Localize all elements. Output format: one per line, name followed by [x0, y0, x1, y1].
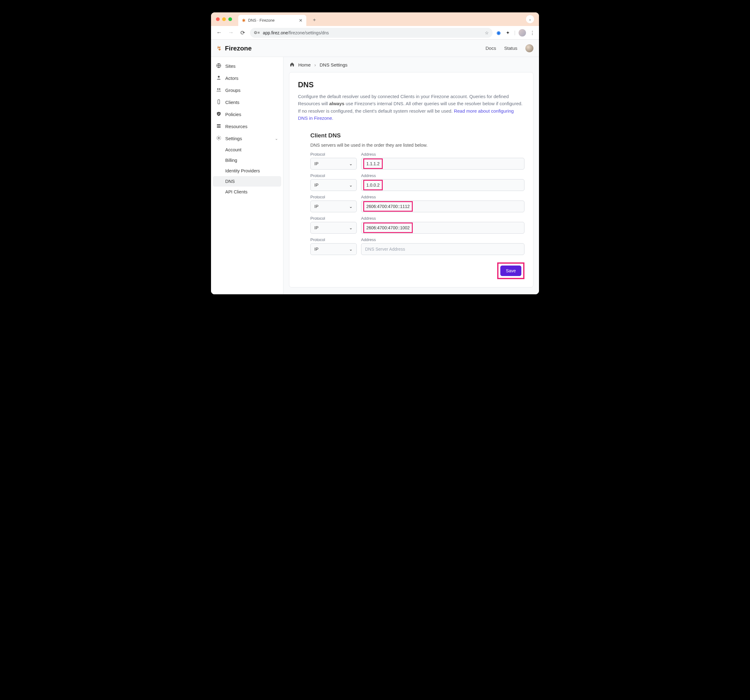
client-dns-note: DNS servers will be used in the order th…	[310, 143, 524, 148]
sidebar-sub-account[interactable]: Account	[213, 145, 281, 155]
status-link[interactable]: Status	[504, 46, 517, 51]
chevron-down-icon: ⌄	[349, 183, 353, 188]
sidebar-item-label: Clients	[225, 100, 240, 105]
sidebar-item-label: Settings	[225, 136, 242, 141]
extensions-puzzle-icon[interactable]: ✦	[505, 30, 511, 35]
address-input[interactable]: DNS Server Address	[361, 243, 524, 255]
person-icon	[216, 75, 221, 82]
home-icon	[290, 62, 295, 68]
sidebar-item-actors[interactable]: Actors	[213, 72, 281, 84]
header-links: Docs Status	[486, 44, 533, 52]
chevron-down-icon: ⌄	[349, 161, 353, 166]
client-dns-heading: Client DNS	[310, 132, 524, 139]
globe-icon	[216, 63, 221, 69]
sidebar-item-clients[interactable]: Clients	[213, 96, 281, 108]
brand-name: Firezone	[225, 45, 252, 52]
browser-menu-icon[interactable]: ⋮	[529, 30, 535, 35]
main-content: Home › DNS Settings DNS Configure the de…	[283, 57, 539, 294]
reload-button[interactable]: ⟳	[238, 29, 247, 36]
svg-point-8	[218, 137, 220, 139]
phone-icon	[216, 99, 221, 106]
sidebar-item-label: Groups	[225, 88, 240, 93]
window-controls	[216, 17, 232, 21]
sidebar-sub-identity-providers[interactable]: Identity Providers	[213, 166, 281, 176]
address-label: Address	[361, 195, 524, 199]
address-value: 2606:4700:4700::1002	[365, 225, 411, 230]
app-header: ↯ Firezone Docs Status	[211, 40, 539, 57]
address-input[interactable]: 2606:4700:4700::1112	[361, 200, 524, 212]
browser-window: ✱ DNS · Firezone ✕ ＋ ⌄ ← → ⟳ ⚙≡ app.fire…	[211, 12, 539, 294]
protocol-select[interactable]: IP ⌄	[310, 158, 357, 169]
dns-row: Protocol IP ⌄ Address 1.1.1.2	[310, 152, 524, 169]
page-title: DNS	[298, 80, 524, 89]
address-input[interactable]: 1.0.0.2	[361, 179, 524, 191]
close-tab-icon[interactable]: ✕	[299, 18, 303, 23]
sidebar-sub-dns[interactable]: DNS	[213, 176, 281, 187]
svg-point-2	[217, 89, 219, 90]
bookmark-icon[interactable]: ☆	[485, 30, 489, 35]
sidebar-item-resources[interactable]: Resources	[213, 120, 281, 132]
chevron-down-icon: ⌄	[349, 247, 353, 252]
site-info-icon[interactable]: ⚙≡	[254, 30, 260, 35]
dns-row: Protocol IP ⌄ Address 1.0.0.2	[310, 173, 524, 191]
sidebar-item-groups[interactable]: Groups	[213, 84, 281, 96]
address-value: 1.0.0.2	[365, 183, 381, 188]
chevron-down-icon: ⌄	[349, 204, 353, 209]
address-label: Address	[361, 216, 524, 221]
new-tab-button[interactable]: ＋	[310, 15, 319, 25]
user-avatar[interactable]	[526, 44, 533, 52]
browser-tab[interactable]: ✱ DNS · Firezone ✕	[238, 15, 306, 26]
sidebar-item-policies[interactable]: Policies	[213, 108, 281, 120]
address-input[interactable]: 1.1.1.2	[361, 158, 524, 169]
forward-button[interactable]: →	[226, 29, 235, 36]
app-layout: Sites Actors Groups Clients	[211, 57, 539, 294]
client-dns-section: Client DNS DNS servers will be used in t…	[310, 132, 524, 279]
address-input[interactable]: 2606:4700:4700::1002	[361, 222, 524, 234]
firezone-favicon-icon: ✱	[242, 18, 246, 23]
save-highlight: Save	[497, 262, 524, 279]
dns-row: Protocol IP ⌄ Address 2606:4700:4700::11…	[310, 195, 524, 212]
form-actions: Save	[310, 262, 524, 279]
protocol-select[interactable]: IP ⌄	[310, 243, 357, 255]
address-bar[interactable]: ⚙≡ app.firez.one/firezone/settings/dns ☆	[250, 28, 493, 38]
server-icon	[216, 123, 221, 130]
profile-avatar[interactable]	[519, 29, 526, 37]
address-label: Address	[361, 173, 524, 178]
sidebar-item-label: Policies	[225, 112, 241, 117]
breadcrumb: Home › DNS Settings	[289, 62, 533, 72]
dns-card: DNS Configure the default resolver used …	[289, 72, 533, 288]
protocol-select[interactable]: IP ⌄	[310, 179, 357, 191]
breadcrumb-home[interactable]: Home	[298, 62, 310, 68]
close-window-icon[interactable]	[216, 17, 220, 21]
back-button[interactable]: ←	[215, 29, 223, 36]
titlebar: ✱ DNS · Firezone ✕ ＋ ⌄	[211, 12, 539, 26]
sidebar-item-settings[interactable]: Settings ⌄	[213, 132, 281, 145]
protocol-label: Protocol	[310, 152, 357, 157]
url-text: app.firez.one/firezone/settings/dns	[263, 30, 329, 35]
sidebar-item-label: Actors	[225, 75, 238, 81]
sidebar-sub-api-clients[interactable]: API Clients	[213, 187, 281, 197]
docs-link[interactable]: Docs	[486, 46, 496, 51]
tab-dropdown-button[interactable]: ⌄	[526, 15, 534, 23]
page-description: Configure the default resolver used by c…	[298, 93, 524, 122]
protocol-select[interactable]: IP ⌄	[310, 200, 357, 212]
svg-rect-4	[218, 100, 220, 104]
sidebar-sub-billing[interactable]: Billing	[213, 155, 281, 166]
extension-icon[interactable]: ◉	[496, 30, 502, 35]
protocol-select[interactable]: IP ⌄	[310, 222, 357, 234]
address-label: Address	[361, 237, 524, 242]
svg-point-3	[219, 89, 221, 90]
maximize-window-icon[interactable]	[228, 17, 232, 21]
save-button[interactable]: Save	[500, 266, 521, 276]
chevron-down-icon: ⌄	[349, 225, 353, 230]
protocol-label: Protocol	[310, 216, 357, 221]
sidebar-item-sites[interactable]: Sites	[213, 60, 281, 72]
address-value: 1.1.1.2	[365, 161, 381, 166]
sidebar-item-label: Resources	[225, 124, 247, 129]
svg-rect-6	[217, 125, 221, 126]
protocol-label: Protocol	[310, 195, 357, 199]
minimize-window-icon[interactable]	[222, 17, 226, 21]
breadcrumb-current: DNS Settings	[320, 62, 347, 68]
svg-point-1	[218, 76, 220, 78]
people-icon	[216, 87, 221, 94]
